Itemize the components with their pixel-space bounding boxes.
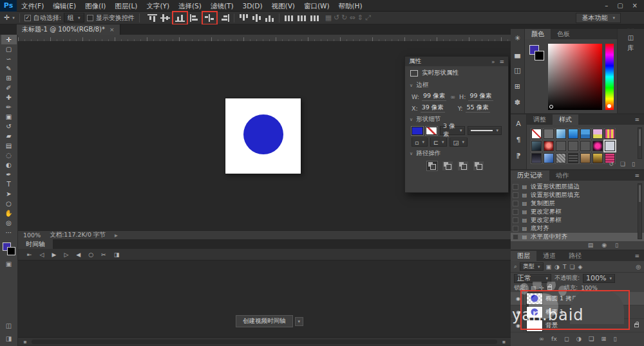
- align-right-edges-icon[interactable]: [220, 14, 229, 22]
- path-operations-section-header[interactable]: ∨ 路径操作: [405, 148, 508, 159]
- fill-value[interactable]: 100%: [581, 285, 598, 291]
- history-set-source-checkbox[interactable]: [513, 201, 518, 206]
- lock-position-icon[interactable]: ✛: [540, 285, 545, 291]
- style-swatch[interactable]: [531, 141, 542, 151]
- timeline-scrollbar[interactable]: ▪ ▪: [18, 337, 511, 345]
- saturation-brightness-picker[interactable]: [548, 44, 602, 110]
- link-layers-icon[interactable]: ∞: [539, 335, 544, 342]
- auto-align-layers-icon[interactable]: ▦: [325, 14, 332, 22]
- panel-menu-icon[interactable]: ≡: [634, 251, 644, 261]
- delete-layer-icon[interactable]: ▯: [614, 335, 617, 342]
- auto-select-checkbox[interactable]: ✓: [24, 15, 31, 21]
- history-scrollbar[interactable]: [638, 183, 642, 239]
- tab-swatches[interactable]: 色板: [551, 29, 576, 39]
- toolbar-color-swatches[interactable]: [2, 242, 16, 257]
- tab-paths[interactable]: 路径: [562, 251, 588, 261]
- style-swatch[interactable]: [580, 129, 591, 139]
- x-value[interactable]: 39 像素: [421, 104, 445, 113]
- filter-type-layers-icon[interactable]: T: [563, 264, 567, 270]
- background-color-swatch[interactable]: [7, 247, 15, 255]
- history-set-source-checkbox[interactable]: [513, 226, 518, 232]
- stroke-caps-dropdown[interactable]: ⊏▾: [430, 138, 447, 147]
- panel-menu-icon[interactable]: ≡: [634, 170, 644, 181]
- zoom-level[interactable]: 100%: [23, 232, 41, 239]
- history-set-source-checkbox[interactable]: [513, 184, 518, 190]
- new-group-icon[interactable]: ❏: [589, 335, 594, 342]
- layer-mask-icon[interactable]: ◻: [564, 335, 569, 342]
- filter-smart-objects-icon[interactable]: ◈: [578, 264, 583, 270]
- layer-row[interactable]: ◉椭圆 1 拷贝: [511, 292, 644, 305]
- split-clip-button[interactable]: ✂: [101, 251, 106, 258]
- tab-adjustments[interactable]: 调整: [527, 114, 553, 125]
- collapse-panel-icon[interactable]: »: [491, 59, 495, 65]
- history-state[interactable]: ▤设置形状图层描边: [511, 183, 644, 191]
- layer-name[interactable]: 椭圆 1: [545, 308, 641, 316]
- clear-style-icon[interactable]: ↺: [609, 161, 614, 167]
- play-button[interactable]: ▶: [52, 251, 56, 258]
- distribute-left-edges-icon[interactable]: [284, 14, 294, 22]
- style-swatch[interactable]: [592, 153, 603, 163]
- histogram-panel-icon[interactable]: ▄: [515, 50, 520, 59]
- timeline-tab[interactable]: 时间轴: [18, 239, 53, 249]
- status-arrow-icon[interactable]: ▸: [115, 232, 118, 239]
- 3d-rotate-icon[interactable]: ↺: [334, 14, 339, 22]
- marquee-tool[interactable]: ▢: [1, 44, 17, 54]
- history-state[interactable]: ▤更改定界框: [511, 216, 644, 224]
- move-tool[interactable]: ✛: [1, 35, 17, 44]
- style-swatch[interactable]: [544, 141, 554, 151]
- brush-presets-panel-icon[interactable]: ✽: [515, 98, 520, 107]
- zoom-tool[interactable]: ◎: [1, 218, 17, 228]
- document-close-icon[interactable]: ×: [109, 26, 115, 33]
- eraser-tool[interactable]: ▰: [1, 131, 17, 141]
- libraries-collapsed-panel[interactable]: ◫ 库: [617, 29, 644, 113]
- background-color-swatch[interactable]: [535, 51, 544, 60]
- style-swatch[interactable]: [568, 141, 578, 151]
- style-swatch[interactable]: [605, 129, 615, 139]
- history-state[interactable]: ▤更改定界框: [511, 208, 644, 216]
- new-snapshot-icon[interactable]: ◉: [601, 242, 607, 248]
- stroke-corners-dropdown[interactable]: ◲▾: [450, 138, 468, 147]
- filter-adjustment-layers-icon[interactable]: ◑: [554, 264, 560, 270]
- distribute-top-edges-icon[interactable]: [239, 14, 249, 22]
- styles-scrollbar[interactable]: [638, 127, 642, 159]
- style-swatch[interactable]: [605, 141, 615, 151]
- lock-all-icon[interactable]: [547, 286, 552, 290]
- history-brush-tool[interactable]: ↺: [1, 122, 17, 131]
- align-top-edges-icon[interactable]: [147, 14, 157, 22]
- audio-mute-button[interactable]: ◀: [76, 251, 80, 258]
- quick-selection-tool[interactable]: ✎: [1, 64, 17, 73]
- panel-menu-icon[interactable]: ≡: [634, 114, 644, 125]
- brush-tool[interactable]: ✏: [1, 102, 17, 112]
- healing-brush-tool[interactable]: ✚: [1, 93, 17, 102]
- create-video-timeline-button[interactable]: 创建视频时间轴: [236, 315, 293, 327]
- new-document-from-state-icon[interactable]: ▤: [588, 242, 594, 248]
- history-set-source-checkbox[interactable]: [513, 209, 518, 215]
- tool-preset-caret-icon[interactable]: ▾: [12, 15, 15, 21]
- history-set-source-checkbox[interactable]: [513, 234, 518, 240]
- delete-state-icon[interactable]: ▯: [615, 242, 618, 248]
- menu-item[interactable]: 滤镜(T): [206, 0, 238, 12]
- style-swatch[interactable]: [592, 141, 603, 151]
- lock-transparent-icon[interactable]: ▨: [531, 285, 536, 291]
- show-transform-checkbox[interactable]: [87, 15, 93, 21]
- crop-tool[interactable]: ⊞: [1, 73, 17, 83]
- gradient-tool[interactable]: ▤: [1, 141, 17, 150]
- 3d-drag-icon[interactable]: ⇔: [349, 14, 355, 22]
- width-value[interactable]: 99 像素: [422, 92, 446, 101]
- blur-tool[interactable]: ◌: [1, 150, 17, 160]
- filter-toggle-icon[interactable]: ◎: [636, 264, 641, 270]
- blue-circle-shape[interactable]: [243, 114, 283, 154]
- close-button[interactable]: ×: [632, 2, 638, 9]
- y-value[interactable]: 55 像素: [466, 104, 490, 113]
- align-bottom-edges-icon[interactable]: [175, 14, 185, 22]
- timeline-zoom-in-icon[interactable]: ▪: [502, 339, 506, 345]
- stroke-color-swatch[interactable]: [426, 127, 437, 135]
- path-selection-tool[interactable]: ➤: [1, 189, 17, 199]
- stroke-type-dropdown[interactable]: ▾: [468, 126, 502, 135]
- align-left-edges-icon[interactable]: [190, 14, 200, 22]
- tab-styles[interactable]: 样式: [553, 114, 578, 125]
- quick-mask-icon[interactable]: ▣: [6, 260, 12, 268]
- timeline-zoom-out-icon[interactable]: ▪: [23, 339, 26, 345]
- layer-name[interactable]: 背景: [545, 322, 631, 330]
- screen-mode-icon[interactable]: ◫: [6, 322, 12, 329]
